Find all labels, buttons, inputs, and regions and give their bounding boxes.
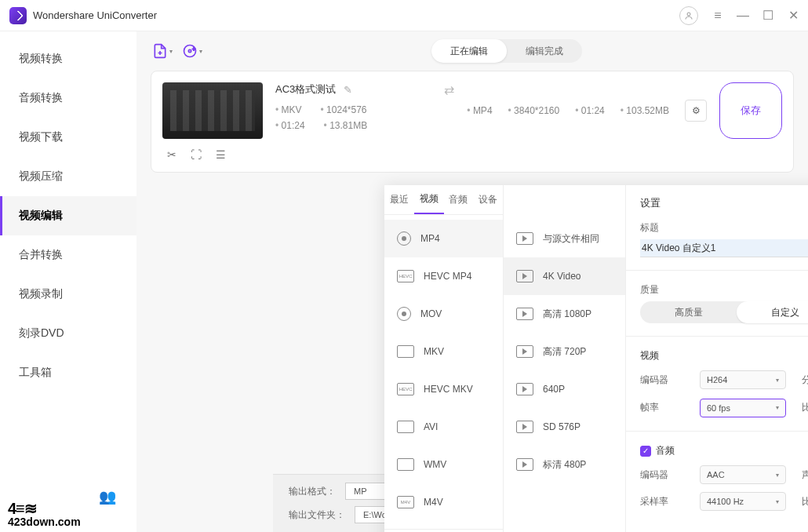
cut-icon[interactable]: ✂: [167, 148, 177, 161]
disc-icon: [397, 231, 411, 246]
app-logo: [9, 7, 27, 24]
popup-tab-video[interactable]: 视频: [414, 185, 444, 214]
video-icon: [516, 232, 533, 245]
file-icon: [397, 458, 414, 471]
disc-icon: [397, 307, 411, 321]
close-icon[interactable]: ✕: [788, 10, 799, 21]
sidebar-item-video-convert[interactable]: 视频转换: [0, 39, 136, 78]
v-bitrate-label: 比特率: [802, 401, 808, 414]
menu-icon[interactable]: ≡: [712, 10, 723, 21]
format-m4v[interactable]: M4VM4V: [384, 483, 503, 521]
app-title: Wondershare UniConverter: [33, 9, 157, 21]
sidebar-item-video-download[interactable]: 视频下载: [0, 118, 136, 157]
preset-576p[interactable]: SD 576P: [504, 408, 625, 446]
format-hevc-mp4[interactable]: HEVC MP4: [384, 257, 503, 295]
shuffle-icon[interactable]: ⇄: [444, 82, 454, 139]
settings-panel: 设置 标题 质量 高质量 自定义 低质量 视频 编码器 H264▾ 分辨率 38…: [626, 185, 808, 532]
src-format: MKV: [275, 104, 302, 115]
sidebar-item-burn-dvd[interactable]: 刻录DVD: [0, 314, 136, 353]
sidebar-item-video-edit[interactable]: 视频编辑: [0, 196, 136, 235]
save-button[interactable]: 保存: [719, 82, 782, 139]
audio-checkbox[interactable]: ✓: [640, 446, 651, 457]
add-disc-button[interactable]: ▾: [182, 43, 202, 59]
edit-tools: ✂ ⛶ ☰: [162, 148, 782, 161]
a-channel-label: 声音轨道: [802, 468, 808, 482]
tab-done[interactable]: 编辑完成: [507, 39, 582, 63]
format-mov[interactable]: MOV: [384, 295, 503, 333]
file-name: AC3格式测试: [275, 82, 336, 97]
adjust-icon[interactable]: ☰: [216, 148, 226, 161]
titlebar: Wondershare UniConverter ≡ — ☐ ✕: [0, 0, 808, 31]
hevc-icon: [397, 383, 414, 395]
title-input[interactable]: [640, 239, 808, 257]
sidebar-item-record[interactable]: 视频录制: [0, 275, 136, 314]
video-thumbnail[interactable]: [162, 82, 263, 139]
sidebar-item-video-compress[interactable]: 视频压缩: [0, 157, 136, 196]
popup-tab-recent[interactable]: 最近: [384, 185, 414, 214]
crop-icon[interactable]: ⛶: [191, 148, 202, 161]
src-duration: 01:24: [275, 120, 305, 131]
out-resolution: 3840*2160: [508, 105, 560, 116]
file-icon: [397, 421, 414, 433]
video-icon: [516, 270, 533, 282]
format-popup: 最近 视频 音频 设备 MP4 HEVC MP4 MOV MKV HEVC MK…: [384, 185, 808, 532]
out-duration: 01:24: [575, 105, 605, 116]
person-icon: 👥: [99, 488, 116, 505]
video-icon: [516, 308, 533, 320]
user-icon[interactable]: [679, 6, 698, 25]
preset-same-as-source[interactable]: 与源文件相同: [504, 220, 625, 257]
file-icon: M4V: [397, 496, 414, 508]
tab-editing[interactable]: 正在编辑: [431, 39, 507, 63]
a-bitrate-label: 比特率: [802, 495, 808, 508]
preset-1080p[interactable]: 高清 1080P: [504, 295, 625, 333]
settings-gear-icon[interactable]: ⚙: [685, 100, 707, 122]
video-icon: [516, 345, 533, 358]
src-size: 13.81MB: [324, 120, 368, 131]
video-icon: [516, 421, 533, 433]
file-icon: [397, 345, 414, 358]
v-encoder-select[interactable]: H264▾: [700, 370, 786, 389]
title-label: 标题: [640, 221, 808, 235]
out-format: MP4: [467, 105, 492, 116]
preset-640p[interactable]: 640P: [504, 370, 625, 408]
format-search[interactable]: 🔍 搜索: [384, 529, 503, 532]
v-fps-select[interactable]: 60 fps▾: [700, 399, 786, 417]
audio-section-label: 音频: [656, 444, 675, 457]
sidebar-item-audio-convert[interactable]: 音频转换: [0, 78, 136, 118]
edit-name-icon[interactable]: ✎: [344, 84, 352, 96]
v-res-label: 分辨率: [802, 373, 808, 387]
a-sample-label: 采样率: [640, 495, 684, 508]
format-mp4[interactable]: MP4: [384, 220, 503, 257]
preset-480p[interactable]: 标清 480P: [504, 446, 625, 483]
format-hevc-mkv[interactable]: HEVC MKV: [384, 370, 503, 408]
a-sample-select[interactable]: 44100 Hz▾: [700, 492, 786, 511]
quality-label: 质量: [640, 283, 808, 297]
video-icon: [516, 383, 533, 395]
src-resolution: 1024*576: [321, 104, 367, 115]
popup-tab-audio[interactable]: 音频: [444, 185, 474, 214]
popup-tab-device[interactable]: 设备: [473, 185, 503, 214]
preset-4k[interactable]: 4K Video: [504, 257, 625, 295]
sidebar-item-toolbox[interactable]: 工具箱: [0, 353, 136, 392]
sidebar-item-merge[interactable]: 合并转换: [0, 235, 136, 275]
out-format-label: 输出格式：: [289, 485, 336, 498]
watermark: 4≡≋ 423down.com: [8, 501, 81, 527]
quality-high[interactable]: 高质量: [640, 301, 737, 323]
maximize-icon[interactable]: ☐: [763, 10, 773, 21]
out-size: 103.52MB: [621, 105, 669, 116]
svg-point-2: [188, 49, 191, 52]
a-encoder-label: 编码器: [640, 468, 684, 482]
file-card: AC3格式测试 ✎ MKV 1024*576 01:24 13.81MB ⇄ M…: [151, 71, 794, 173]
format-avi[interactable]: AVI: [384, 408, 503, 446]
minimize-icon[interactable]: —: [737, 10, 748, 21]
a-encoder-select[interactable]: AAC▾: [700, 465, 786, 484]
preset-720p[interactable]: 高清 720P: [504, 333, 625, 370]
add-file-button[interactable]: ▾: [152, 43, 173, 59]
format-wmv[interactable]: WMV: [384, 446, 503, 483]
v-encoder-label: 编码器: [640, 373, 684, 387]
out-folder-label: 输出文件夹：: [289, 508, 345, 522]
format-mkv[interactable]: MKV: [384, 333, 503, 370]
quality-tabs: 高质量 自定义 低质量: [640, 301, 808, 323]
quality-custom[interactable]: 自定义: [737, 301, 808, 323]
v-fps-label: 帧率: [640, 401, 684, 414]
